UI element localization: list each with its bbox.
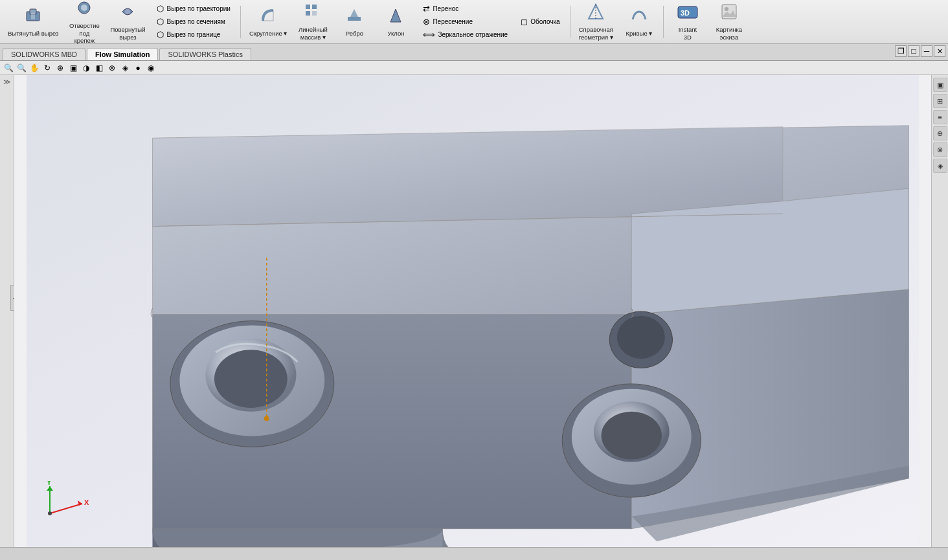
- sketch-pic-button[interactable]: Картинкаэскиза: [710, 1, 749, 43]
- hole-wizard-button[interactable]: Отверстиеподкрепеж: [65, 1, 104, 43]
- scene-icon[interactable]: ●: [132, 62, 144, 74]
- zoom-in-icon[interactable]: 🔍: [16, 62, 27, 74]
- draft-icon: [387, 6, 405, 28]
- display-style-icon[interactable]: ◧: [93, 62, 105, 74]
- tab-bar: SOLIDWORKS MBD Flow Simulation SOLIDWORK…: [0, 44, 948, 61]
- shell-options-group: ◻ Оболочка: [515, 1, 565, 43]
- main-toolbar: Вытянутый вырез Отверстиеподкрепеж Повер…: [0, 0, 948, 44]
- right-btn-6[interactable]: ◈: [933, 159, 947, 173]
- rib-button[interactable]: Ребро: [335, 1, 374, 43]
- ref-geom-button[interactable]: Справочнаягеометрия ▾: [575, 1, 617, 43]
- appearance-icon[interactable]: ◈: [119, 62, 131, 74]
- restore-button[interactable]: ❐: [895, 45, 907, 57]
- cut-section-button[interactable]: ⬡ Вырез по сечениям: [154, 16, 232, 27]
- fillet-label: Скругление ▾: [249, 30, 288, 37]
- svg-text:3D: 3D: [681, 9, 690, 17]
- svg-rect-6: [306, 5, 310, 9]
- draft-label: Уклон: [387, 30, 404, 37]
- zoom-fit-icon[interactable]: 🔍: [3, 62, 14, 74]
- cut-sweep-button[interactable]: ⬡ Вырез по траектории: [154, 3, 232, 14]
- intersect-label: Пересечение: [433, 18, 473, 25]
- rib-label: Ребро: [346, 30, 363, 37]
- hole-wizard-label: Отверстиеподкрепеж: [69, 22, 100, 44]
- fillet-icon: [259, 6, 277, 28]
- svg-point-35: [617, 316, 665, 359]
- minimize-button[interactable]: ─: [921, 45, 932, 57]
- svg-point-29: [214, 350, 288, 408]
- cut-options-group: ⬡ Вырез по траектории ⬡ Вырез по сечения…: [152, 1, 235, 43]
- svg-point-18: [725, 7, 728, 11]
- sep2: [570, 6, 570, 38]
- right-btn-3[interactable]: ≡: [933, 110, 947, 124]
- fillet-button[interactable]: Скругление ▾: [245, 1, 291, 43]
- 3d-viewport[interactable]: X Y: [14, 75, 931, 547]
- sep3: [663, 6, 664, 38]
- move-label: Перенос: [433, 5, 458, 12]
- icon-toolbar: 🔍 🔍 ✋ ↻ ⊕ ▣ ◑ ◧ ⊗ ◈ ● ◉: [0, 61, 948, 75]
- maximize-button[interactable]: □: [908, 45, 920, 57]
- right-btn-2[interactable]: ⊞: [933, 94, 947, 108]
- right-btn-4[interactable]: ⊕: [933, 126, 947, 140]
- rotate-icon[interactable]: ↻: [41, 62, 53, 74]
- right-btn-1[interactable]: ▣: [933, 78, 947, 92]
- instant3d-label: Instant3D: [679, 26, 697, 41]
- cut-boundary-button[interactable]: ⬡ Вырез по границе: [154, 29, 232, 40]
- cut-section-label: Вырез по сечениям: [166, 18, 225, 25]
- view-box-icon[interactable]: ▣: [67, 62, 79, 74]
- svg-rect-7: [312, 5, 317, 9]
- 3d-part-model: [14, 75, 931, 547]
- sep1: [240, 6, 241, 38]
- sketch-pic-icon: [720, 3, 738, 25]
- tab-flow-simulation[interactable]: Flow Simulation: [87, 48, 158, 60]
- revolved-cut-button[interactable]: Повернутыйвырез: [106, 1, 149, 43]
- pan-icon[interactable]: ✋: [28, 62, 40, 74]
- sidebar-collapse-button[interactable]: ≫: [1, 78, 13, 89]
- close-button[interactable]: ✕: [934, 45, 945, 57]
- move-icon: ⇄: [423, 4, 430, 14]
- svg-point-4: [81, 5, 87, 11]
- shell-button[interactable]: ◻ Оболочка: [518, 16, 563, 27]
- svg-marker-12: [390, 9, 401, 22]
- svg-point-37: [264, 416, 269, 421]
- mirror-button[interactable]: ⟺ Зеркальное отражение: [420, 29, 510, 40]
- extrude-cut-button[interactable]: Вытянутый вырез: [4, 1, 62, 43]
- shell-icon: ◻: [521, 17, 528, 27]
- rib-icon: [345, 6, 363, 28]
- extrude-cut-icon: [24, 6, 42, 28]
- draft-button[interactable]: Уклон: [376, 1, 415, 43]
- ref-geom-label: Справочнаягеометрия ▾: [579, 26, 613, 41]
- extrude-cut-label: Вытянутый вырез: [8, 30, 58, 37]
- transform-options-group: ⇄ Перенос ⊗ Пересечение ⟺ Зеркальное отр…: [418, 1, 513, 43]
- shading-icon[interactable]: ◑: [80, 62, 92, 74]
- curves-button[interactable]: Кривые ▾: [620, 1, 659, 43]
- svg-rect-10: [348, 17, 361, 21]
- tab-plastics[interactable]: SOLIDWORKS Plastics: [159, 48, 251, 60]
- view-orient-icon[interactable]: ⊕: [54, 62, 66, 74]
- right-sidebar: ▣ ⊞ ≡ ⊕ ⊗ ◈: [931, 75, 948, 547]
- instant3d-button[interactable]: 3D Instant3D: [668, 1, 707, 43]
- cut-boundary-icon: ⬡: [157, 30, 164, 39]
- move-button[interactable]: ⇄ Перенос: [420, 3, 510, 14]
- revolved-cut-icon: [119, 3, 137, 25]
- revolved-cut-label: Повернутыйвырез: [110, 26, 145, 41]
- intersect-button[interactable]: ⊗ Пересечение: [420, 16, 510, 27]
- right-btn-5[interactable]: ⊗: [933, 142, 947, 157]
- section-view-icon[interactable]: ⊗: [106, 62, 118, 74]
- mirror-label: Зеркальное отражение: [438, 31, 508, 38]
- svg-point-5: [125, 9, 130, 14]
- sketch-pic-label: Картинкаэскиза: [716, 26, 742, 41]
- mirror-icon: ⟺: [423, 30, 435, 39]
- svg-marker-11: [350, 9, 358, 17]
- linear-pattern-icon: [304, 3, 322, 25]
- left-sidebar: ≫: [0, 75, 14, 547]
- status-bar: [0, 547, 948, 560]
- cut-section-icon: ⬡: [157, 17, 164, 27]
- svg-rect-8: [306, 11, 310, 16]
- curves-label: Кривые ▾: [626, 30, 652, 37]
- linear-pattern-button[interactable]: Линейныймассив ▾: [293, 1, 332, 43]
- intersect-icon: ⊗: [423, 17, 430, 27]
- realview-icon[interactable]: ◉: [145, 62, 157, 74]
- curves-icon: [630, 6, 648, 28]
- shell-label: Оболочка: [530, 18, 560, 25]
- tab-mbd[interactable]: SOLIDWORKS MBD: [3, 48, 85, 60]
